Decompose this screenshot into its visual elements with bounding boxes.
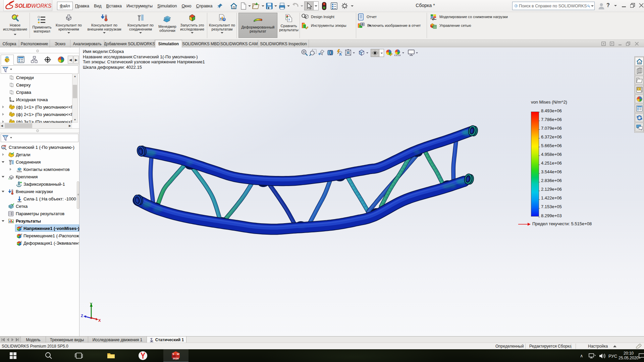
svg-text:W: W (177, 353, 179, 356)
svg-text:?: ? (288, 18, 290, 21)
svg-text:2018: 2018 (173, 357, 179, 360)
svg-text:SOLIDWORKS: SOLIDWORKS (15, 3, 52, 9)
svg-text:?: ? (516, 5, 517, 7)
svg-text:σ: σ (21, 226, 23, 228)
svg-text:A: A (339, 52, 342, 56)
svg-text:ε: ε (21, 240, 22, 243)
svg-text:Y: Y (90, 302, 93, 306)
svg-text:и: и (21, 233, 22, 236)
svg-text:X: X (98, 318, 101, 322)
svg-text:S: S (172, 353, 174, 356)
svg-text:Z: Z (81, 314, 83, 318)
